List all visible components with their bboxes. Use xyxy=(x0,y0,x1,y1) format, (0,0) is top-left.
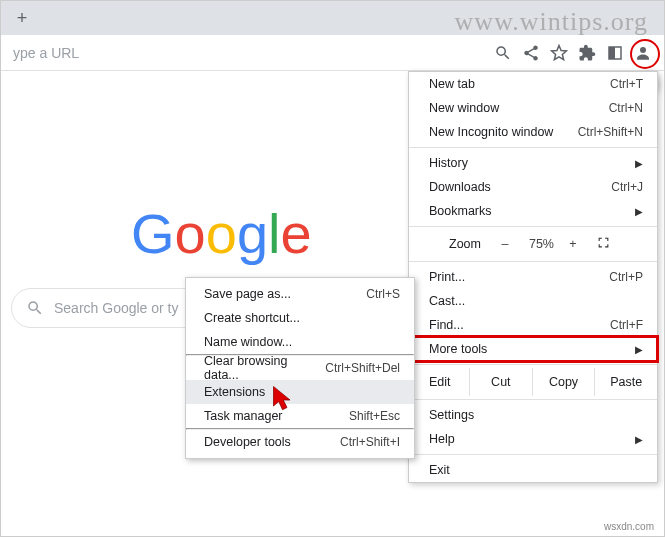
menu-new-tab[interactable]: New tabCtrl+T xyxy=(409,72,657,96)
submenu-arrow-icon: ▶ xyxy=(635,344,643,355)
menu-more-tools[interactable]: More tools▶ xyxy=(409,337,657,361)
menu-bookmarks[interactable]: Bookmarks▶ xyxy=(409,199,657,223)
zoom-value: 75% xyxy=(529,237,549,251)
menu-print[interactable]: Print...Ctrl+P xyxy=(409,265,657,289)
zoom-out-button[interactable]: – xyxy=(495,237,515,251)
edit-label: Edit xyxy=(409,375,469,389)
more-tools-submenu: Save page as...Ctrl+S Create shortcut...… xyxy=(185,277,415,459)
search-placeholder: Search Google or ty xyxy=(54,300,179,316)
zoom-in-button[interactable]: + xyxy=(563,237,583,251)
watermark-text: www.wintips.org xyxy=(455,7,648,37)
search-icon xyxy=(26,299,44,317)
profile-icon[interactable] xyxy=(634,44,652,62)
submenu-arrow-icon: ▶ xyxy=(635,206,643,217)
submenu-create-shortcut[interactable]: Create shortcut... xyxy=(186,306,414,330)
address-bar: ype a URL xyxy=(1,35,664,71)
svg-rect-1 xyxy=(609,47,615,59)
menu-find[interactable]: Find...Ctrl+F xyxy=(409,313,657,337)
menu-exit[interactable]: Exit xyxy=(409,458,657,482)
fullscreen-icon[interactable] xyxy=(597,236,610,252)
menu-edit-row: Edit Cut Copy Paste xyxy=(409,368,657,396)
menu-incognito[interactable]: New Incognito windowCtrl+Shift+N xyxy=(409,120,657,144)
new-tab-button[interactable]: + xyxy=(9,5,35,31)
main-menu: New tabCtrl+T New windowCtrl+N New Incog… xyxy=(408,71,658,483)
extensions-icon[interactable] xyxy=(578,44,596,62)
share-icon[interactable] xyxy=(522,44,540,62)
copy-button[interactable]: Copy xyxy=(532,368,595,396)
menu-history[interactable]: History▶ xyxy=(409,151,657,175)
menu-new-window[interactable]: New windowCtrl+N xyxy=(409,96,657,120)
menu-help[interactable]: Help▶ xyxy=(409,427,657,451)
submenu-clear-data[interactable]: Clear browsing data...Ctrl+Shift+Del xyxy=(186,356,414,380)
svg-point-2 xyxy=(640,47,646,53)
menu-downloads[interactable]: DownloadsCtrl+J xyxy=(409,175,657,199)
menu-settings[interactable]: Settings xyxy=(409,403,657,427)
submenu-task-manager[interactable]: Task managerShift+Esc xyxy=(186,404,414,428)
google-logo: Google xyxy=(131,201,312,266)
reading-list-icon[interactable] xyxy=(606,44,624,62)
toolbar-icons xyxy=(494,44,656,62)
menu-cast[interactable]: Cast... xyxy=(409,289,657,313)
zoom-label: Zoom xyxy=(449,237,481,251)
cut-button[interactable]: Cut xyxy=(469,368,532,396)
submenu-dev-tools[interactable]: Developer toolsCtrl+Shift+I xyxy=(186,430,414,454)
bookmark-star-icon[interactable] xyxy=(550,44,568,62)
footer-credit: wsxdn.com xyxy=(604,521,654,532)
omnibox[interactable]: ype a URL xyxy=(9,45,79,61)
submenu-name-window[interactable]: Name window... xyxy=(186,330,414,354)
paste-button[interactable]: Paste xyxy=(594,368,657,396)
submenu-arrow-icon: ▶ xyxy=(635,158,643,169)
search-icon[interactable] xyxy=(494,44,512,62)
menu-zoom: Zoom – 75% + xyxy=(409,230,657,258)
submenu-save-page[interactable]: Save page as...Ctrl+S xyxy=(186,282,414,306)
submenu-extensions[interactable]: Extensions xyxy=(186,380,414,404)
submenu-arrow-icon: ▶ xyxy=(635,434,643,445)
